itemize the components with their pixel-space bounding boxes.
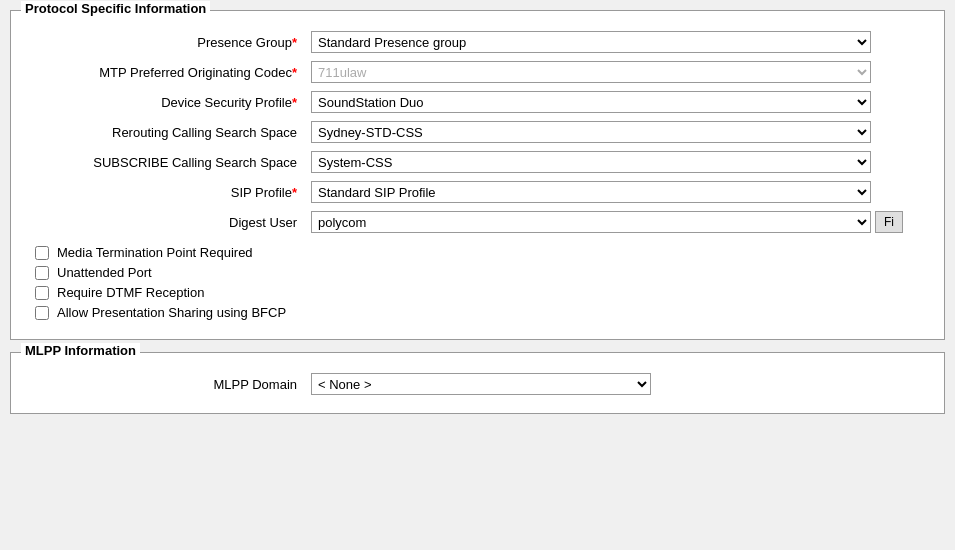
sip-profile-select[interactable]: Standard SIP Profile [311,181,871,203]
checkboxes-container: Media Termination Point Required Unatten… [35,245,930,320]
mtp-codec-select[interactable]: 711ulaw [311,61,871,83]
checkbox-bfcp[interactable] [35,306,49,320]
rerouting-css-label: Rerouting Calling Search Space [25,117,305,147]
mlpp-form-table: MLPP Domain < None > [25,369,930,399]
sip-profile-row: SIP Profile* Standard SIP Profile [25,177,930,207]
mtp-codec-row: MTP Preferred Originating Codec* 711ulaw [25,57,930,87]
checkbox-unattended[interactable] [35,266,49,280]
digest-user-row: Digest User polycom Fi [25,207,930,237]
device-security-cell: SoundStation Duo [305,87,930,117]
mlpp-domain-cell: < None > [305,369,930,399]
mlpp-domain-select[interactable]: < None > [311,373,651,395]
rerouting-css-cell: Sydney-STD-CSS [305,117,930,147]
subscribe-css-select[interactable]: System-CSS [311,151,871,173]
digest-user-group: polycom Fi [311,211,924,233]
checkbox-dtmf-row: Require DTMF Reception [35,285,930,300]
rerouting-css-select[interactable]: Sydney-STD-CSS [311,121,871,143]
presence-group-label: Presence Group* [25,27,305,57]
presence-group-select[interactable]: Standard Presence group [311,31,871,53]
presence-group-row: Presence Group* Standard Presence group [25,27,930,57]
checkbox-dtmf-label: Require DTMF Reception [57,285,204,300]
digest-user-label: Digest User [25,207,305,237]
mlpp-domain-row: MLPP Domain < None > [25,369,930,399]
mtp-codec-cell: 711ulaw [305,57,930,87]
digest-user-cell: polycom Fi [305,207,930,237]
checkbox-unattended-row: Unattended Port [35,265,930,280]
subscribe-css-row: SUBSCRIBE Calling Search Space System-CS… [25,147,930,177]
presence-group-cell: Standard Presence group [305,27,930,57]
page-container: Protocol Specific Information Presence G… [0,0,955,436]
sip-profile-required: * [292,185,297,200]
presence-group-required: * [292,35,297,50]
device-security-label: Device Security Profile* [25,87,305,117]
subscribe-css-label: SUBSCRIBE Calling Search Space [25,147,305,177]
checkbox-dtmf[interactable] [35,286,49,300]
device-security-row: Device Security Profile* SoundStation Du… [25,87,930,117]
sip-profile-cell: Standard SIP Profile [305,177,930,207]
sip-profile-label: SIP Profile* [25,177,305,207]
rerouting-css-row: Rerouting Calling Search Space Sydney-ST… [25,117,930,147]
device-security-select[interactable]: SoundStation Duo [311,91,871,113]
protocol-form-table: Presence Group* Standard Presence group … [25,27,930,237]
digest-user-select[interactable]: polycom [311,211,871,233]
mlpp-section: MLPP Information MLPP Domain < None > [10,352,945,414]
checkbox-bfcp-row: Allow Presentation Sharing using BFCP [35,305,930,320]
mlpp-section-title: MLPP Information [21,343,140,358]
mlpp-domain-label: MLPP Domain [25,369,305,399]
subscribe-css-cell: System-CSS [305,147,930,177]
mtp-codec-label: MTP Preferred Originating Codec* [25,57,305,87]
device-security-required: * [292,95,297,110]
find-button[interactable]: Fi [875,211,903,233]
mtp-codec-required: * [292,65,297,80]
checkbox-mtp-row: Media Termination Point Required [35,245,930,260]
checkbox-unattended-label: Unattended Port [57,265,152,280]
checkbox-mtp-label: Media Termination Point Required [57,245,253,260]
checkbox-mtp[interactable] [35,246,49,260]
protocol-section: Protocol Specific Information Presence G… [10,10,945,340]
protocol-section-title: Protocol Specific Information [21,1,210,16]
checkbox-bfcp-label: Allow Presentation Sharing using BFCP [57,305,286,320]
